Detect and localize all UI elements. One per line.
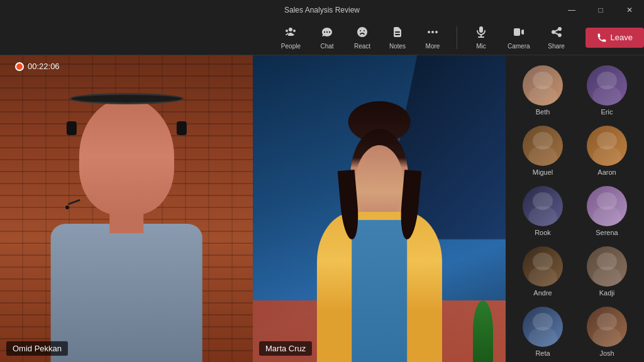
avatar-eric (587, 65, 627, 106)
people-label: People (281, 43, 301, 50)
share-icon (550, 26, 563, 41)
maximize-button[interactable]: □ (586, 0, 615, 20)
mic-label: Mic (476, 43, 486, 50)
participant-item-beth[interactable]: Beth (511, 60, 575, 121)
notes-label: Notes (389, 43, 406, 50)
participant-name-miguel: Miguel (533, 168, 553, 176)
participant-name-andre: Andre (533, 289, 552, 297)
participant-name-kadji: Kadji (599, 289, 614, 297)
chat-button[interactable]: Chat (311, 23, 343, 52)
participant-name-serena: Serena (596, 229, 618, 236)
marta-inner-top (352, 220, 407, 362)
chat-icon (321, 26, 333, 41)
recording-indicator: 00:22:06 (8, 62, 60, 71)
participant-item-serena[interactable]: Serena (575, 181, 639, 241)
leave-label: Leave (611, 33, 633, 42)
avatar-aaron (587, 126, 627, 166)
video-tile-marta: Marta Cruz (253, 55, 506, 362)
participant-grid: Beth Eric Miguel Aaron Rook Serena Andre (506, 60, 644, 362)
headset-mic-ball (65, 206, 69, 209)
mic-button[interactable]: Mic (465, 23, 497, 52)
notes-icon (391, 26, 404, 41)
main-video-area: Omid Pekkan (0, 55, 506, 362)
notes-button[interactable]: Notes (381, 23, 414, 52)
omid-name-tag: Omid Pekkan (6, 341, 68, 356)
mic-icon (475, 26, 487, 41)
participant-name-beth: Beth (536, 108, 550, 116)
react-label: React (354, 43, 370, 50)
camera-button[interactable]: Camera (500, 23, 538, 52)
participant-name-josh: Josh (599, 349, 614, 357)
avatar-reta (523, 307, 563, 347)
participant-item-andre[interactable]: Andre (511, 241, 575, 302)
headset-left-cup (67, 121, 77, 135)
participant-item-reta[interactable]: Reta (511, 302, 575, 362)
participant-name-eric: Eric (601, 108, 613, 116)
window-title: Sales Analysis Review (284, 6, 360, 14)
headset-band (70, 93, 184, 104)
people-icon (284, 26, 297, 41)
participant-sidebar: Beth Eric Miguel Aaron Rook Serena Andre (506, 55, 644, 362)
leave-button[interactable]: Leave (586, 28, 644, 48)
camera-icon (513, 26, 525, 41)
camera-label: Camera (508, 43, 530, 50)
recording-dot (15, 62, 24, 71)
participant-item-miguel[interactable]: Miguel (511, 121, 575, 181)
participant-name-reta: Reta (535, 349, 550, 357)
react-button[interactable]: React (346, 23, 379, 52)
omid-head (79, 98, 174, 214)
avatar-andre (523, 246, 563, 287)
omid-body (50, 224, 202, 362)
participant-item-kadji[interactable]: Kadji (575, 241, 639, 302)
marta-figure-container (309, 101, 448, 362)
minimize-button[interactable]: — (557, 0, 586, 20)
toolbar-divider (457, 26, 457, 49)
avatar-serena (587, 186, 627, 226)
more-label: More (426, 43, 440, 50)
share-label: Share (548, 43, 565, 50)
video-tile-omid: Omid Pekkan (0, 55, 253, 362)
marta-video (253, 55, 506, 362)
title-bar: Sales Analysis Review — □ ✕ (0, 0, 644, 20)
avatar-kadji (587, 246, 627, 287)
leave-icon (597, 33, 607, 43)
avatar-rook (523, 186, 563, 226)
react-icon (356, 26, 369, 41)
omid-video (0, 55, 253, 362)
omid-figure (31, 55, 221, 362)
avatar-josh (587, 307, 627, 347)
avatar-miguel (523, 126, 563, 166)
toolbar: 00:22:06 People Chat React (0, 20, 644, 55)
participant-name-aaron: Aaron (597, 168, 616, 176)
plant-decoration (473, 300, 493, 362)
chat-label: Chat (320, 43, 333, 50)
people-button[interactable]: People (274, 23, 308, 52)
headset-mic-arm (68, 199, 80, 206)
more-icon (426, 26, 439, 41)
participant-item-eric[interactable]: Eric (575, 60, 639, 121)
participant-item-rook[interactable]: Rook (511, 181, 575, 241)
participant-item-aaron[interactable]: Aaron (575, 121, 639, 181)
participant-name-rook: Rook (535, 229, 551, 236)
recording-time: 00:22:06 (28, 62, 60, 71)
participant-item-josh[interactable]: Josh (575, 302, 639, 362)
close-button[interactable]: ✕ (615, 0, 644, 20)
avatar-beth (523, 65, 563, 106)
marta-name-tag: Marta Cruz (259, 341, 312, 356)
share-button[interactable]: Share (540, 23, 573, 52)
headset-right-cup (176, 121, 186, 135)
more-button[interactable]: More (416, 23, 449, 52)
window-controls: — □ ✕ (557, 0, 644, 20)
